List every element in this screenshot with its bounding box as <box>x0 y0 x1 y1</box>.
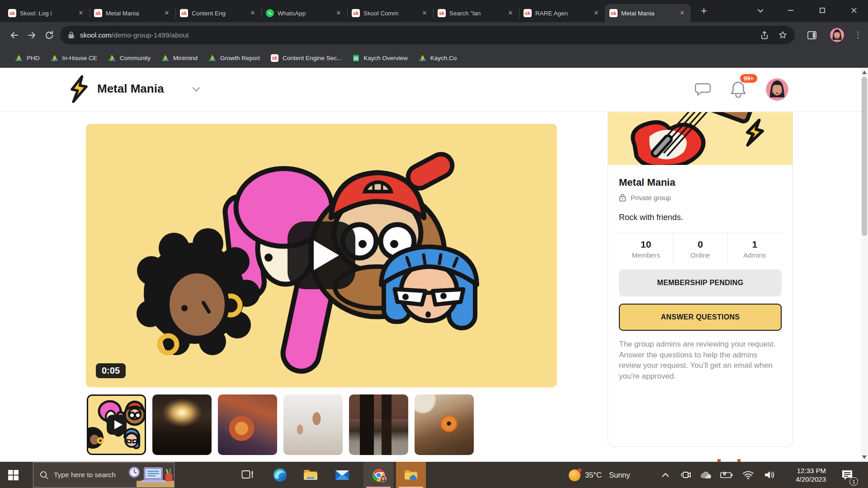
edge-taskbar-icon[interactable] <box>266 462 294 488</box>
scroll-down-arrow[interactable] <box>861 454 868 461</box>
skool-favicon: sk <box>609 9 618 17</box>
side-panel-icon[interactable] <box>807 30 817 40</box>
url-text[interactable]: skool.com/demo-group-1499/about <box>80 31 189 39</box>
tab-whatsapp[interactable]: WhatsApp✕ <box>261 4 347 22</box>
bookmark-minimind[interactable]: Minimind <box>157 52 202 64</box>
tab-close-icon[interactable]: ✕ <box>163 9 171 17</box>
drive-icon <box>108 54 116 61</box>
clock-time: 12:33 PM <box>784 466 826 475</box>
taskbar-search-box[interactable]: Type here to search <box>33 462 175 488</box>
skool-favicon: sk <box>271 54 278 62</box>
thumbnail-concert-crowd[interactable] <box>152 394 212 455</box>
scrollbar-thumb[interactable] <box>862 77 867 236</box>
windows-logo-icon <box>8 470 19 480</box>
video-timestamp: 0:05 <box>96 363 126 378</box>
about-video-player[interactable]: 0:05 <box>86 124 557 387</box>
forward-button[interactable] <box>26 30 37 41</box>
bookmark-phd[interactable]: PHD <box>11 52 44 64</box>
battery-icon[interactable] <box>717 462 736 488</box>
membership-pending-button[interactable]: MEMBERSHIP PENDING <box>619 269 782 296</box>
browser-profile-avatar[interactable] <box>830 28 844 42</box>
tab-skool-community[interactable]: skSkool Comm✕ <box>347 4 433 22</box>
blue-hair-character <box>381 247 477 328</box>
scroll-up-arrow[interactable] <box>861 69 868 76</box>
tab-close-icon[interactable]: ✕ <box>249 9 257 17</box>
stat-online: 0Online <box>673 233 727 264</box>
tab-skool-login[interactable]: skSkool: Log i✕ <box>4 4 90 22</box>
bookmark-in-house-ce[interactable]: In-House CE <box>47 52 101 64</box>
bookmark-growth-report[interactable]: Growth Report <box>204 52 264 64</box>
meet-now-camera-icon[interactable] <box>677 462 695 488</box>
back-button[interactable] <box>9 30 20 41</box>
tray-chevron-icon[interactable] <box>656 462 675 488</box>
window-close-button[interactable] <box>847 4 861 17</box>
window-minimize-button[interactable] <box>784 4 797 17</box>
volume-icon[interactable] <box>760 462 779 488</box>
group-switcher-chevron-icon[interactable] <box>192 86 201 93</box>
browser-menu-kebab-icon[interactable]: ⋮ <box>854 30 862 40</box>
browser-toolbar: skool.com/demo-group-1499/about ⋮ <box>0 22 868 48</box>
task-view-icon[interactable] <box>234 462 260 488</box>
privacy-label: Private group <box>631 194 671 202</box>
chrome-taskbar-button[interactable] <box>363 462 393 488</box>
drive-icon <box>51 54 58 61</box>
reload-button[interactable] <box>44 30 55 41</box>
thumbnail-record-player[interactable] <box>415 394 474 455</box>
new-tab-button[interactable]: + <box>698 5 710 17</box>
user-avatar[interactable] <box>766 78 788 101</box>
group-info-card: Metal Mania Private group Rock with frie… <box>608 112 793 447</box>
thumbnail-guitar-player[interactable] <box>218 394 277 455</box>
notification-count-badge: 99+ <box>740 74 757 83</box>
tab-metal-mania-1[interactable]: skMetal Mania✕ <box>90 4 175 22</box>
page-scrollbar[interactable] <box>861 68 868 462</box>
review-note: The group admins are reviewing your requ… <box>619 339 782 381</box>
tab-search-chevron-icon[interactable] <box>757 7 764 14</box>
tab-close-icon[interactable]: ✕ <box>678 9 686 17</box>
browser-tab-bar: skSkool: Log i✕ skMetal Mania✕ skContent… <box>0 0 868 22</box>
drive-icon <box>15 54 23 61</box>
mail-taskbar-icon[interactable] <box>328 462 356 488</box>
weather-condition: Sunny <box>609 471 630 479</box>
play-icon <box>288 221 355 289</box>
tab-close-icon[interactable]: ✕ <box>420 9 429 17</box>
search-icon <box>40 471 48 479</box>
weather-icon[interactable] <box>565 462 585 488</box>
skool-favicon: sk <box>352 9 360 17</box>
tab-close-icon[interactable]: ✕ <box>335 9 343 17</box>
lock-icon <box>619 193 626 202</box>
folder-window-taskbar-button[interactable] <box>396 462 426 488</box>
wifi-icon[interactable] <box>739 462 758 488</box>
group-title[interactable]: Metal Mania <box>97 82 164 96</box>
tab-metal-mania-active[interactable]: skMetal Mania✕ <box>605 4 691 22</box>
share-icon[interactable] <box>760 31 769 40</box>
tab-rare-agency[interactable]: skRARE Agen✕ <box>519 4 605 22</box>
bookmark-kaych-overview[interactable]: Kaych Overview <box>349 52 412 64</box>
card-group-title: Metal Mania <box>619 177 782 188</box>
onedrive-tray-icon[interactable] <box>696 462 715 488</box>
taskbar-clock[interactable]: 12:33 PM 4/20/2023 <box>784 466 826 483</box>
answer-questions-button[interactable]: ANSWER QUESTIONS <box>619 304 782 331</box>
bookmark-community[interactable]: Community <box>104 52 155 64</box>
bookmark-content-engine[interactable]: skContent Engine Sec... <box>267 52 346 64</box>
action-center-icon[interactable]: 1 <box>835 462 859 488</box>
weather-text[interactable]: 35°C Sunny <box>585 462 644 488</box>
start-button[interactable] <box>0 462 26 488</box>
file-explorer-taskbar-icon[interactable] <box>297 462 325 488</box>
thumbnail-intro-video[interactable] <box>87 394 146 455</box>
address-bar[interactable]: skool.com/demo-group-1499/about <box>60 26 795 44</box>
skool-favicon: sk <box>524 9 532 17</box>
bookmark-star-icon[interactable] <box>778 30 788 40</box>
tab-close-icon[interactable]: ✕ <box>592 9 600 17</box>
tab-search[interactable]: skSearch "lan✕ <box>433 4 519 22</box>
skool-lightning-logo[interactable] <box>68 75 90 104</box>
window-maximize-button[interactable] <box>816 4 829 17</box>
chat-icon[interactable] <box>693 80 712 99</box>
bookmark-kaych-co[interactable]: Kaych.Co <box>415 52 461 64</box>
thumbnail-rock-hands[interactable] <box>283 394 343 455</box>
thumbnail-music-room[interactable] <box>349 394 408 455</box>
tab-content-engine[interactable]: skContent Eng✕ <box>175 4 261 22</box>
video-play-button[interactable] <box>288 221 355 289</box>
tab-close-icon[interactable]: ✕ <box>506 9 514 17</box>
tab-close-icon[interactable]: ✕ <box>77 9 85 17</box>
group-stats: 10Members 0Online 1Admins <box>619 233 782 264</box>
